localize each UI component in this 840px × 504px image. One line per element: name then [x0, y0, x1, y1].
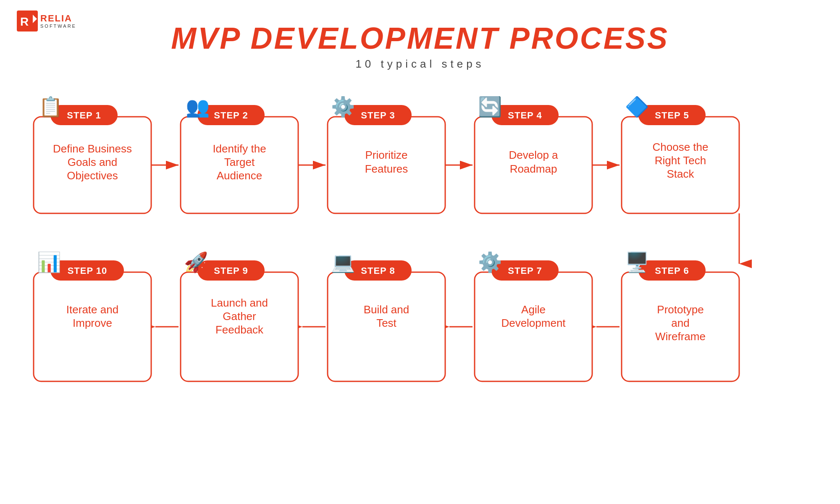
- svg-text:⚙️: ⚙️: [478, 251, 502, 274]
- svg-text:🔷: 🔷: [625, 95, 649, 118]
- svg-text:Right Tech: Right Tech: [655, 154, 706, 167]
- logo-text: RELIA SOFTWARE: [40, 13, 76, 29]
- step-7: STEP 7 ⚙️ Agile Development: [475, 251, 592, 381]
- page: R RELIA SOFTWARE MVP DEVELOPMENT PROCESS…: [0, 0, 840, 504]
- svg-text:Feedback: Feedback: [215, 323, 264, 336]
- svg-text:STEP 7: STEP 7: [508, 265, 542, 276]
- svg-text:Stack: Stack: [667, 168, 694, 180]
- svg-text:STEP 3: STEP 3: [361, 110, 395, 121]
- svg-text:Define Business: Define Business: [53, 142, 132, 155]
- main-title: MVP DEVELOPMENT PROCESS: [25, 21, 815, 55]
- svg-text:STEP 4: STEP 4: [508, 110, 542, 121]
- svg-text:Gather: Gather: [223, 310, 256, 323]
- svg-text:Choose the: Choose the: [653, 141, 709, 153]
- svg-text:Improve: Improve: [73, 317, 112, 329]
- step-8: STEP 8 💻 Build and Test: [328, 251, 445, 381]
- svg-text:Build and: Build and: [364, 303, 409, 316]
- svg-text:and: and: [671, 317, 689, 329]
- svg-text:Wireframe: Wireframe: [655, 330, 706, 343]
- logo: R RELIA SOFTWARE: [17, 10, 76, 32]
- svg-text:STEP 10: STEP 10: [68, 265, 108, 276]
- logo-brand: RELIA: [40, 13, 76, 24]
- svg-text:📊: 📊: [37, 251, 61, 274]
- svg-text:Identify the: Identify the: [213, 142, 266, 155]
- svg-text:Launch and: Launch and: [211, 297, 268, 309]
- svg-text:STEP 8: STEP 8: [361, 265, 395, 276]
- svg-text:Roadmap: Roadmap: [510, 163, 557, 175]
- svg-text:Test: Test: [376, 317, 396, 329]
- svg-text:Iterate and: Iterate and: [66, 303, 118, 316]
- step-9: STEP 9 🚀 Launch and Gather Feedback: [181, 251, 298, 381]
- svg-text:Features: Features: [365, 163, 408, 175]
- step-3: STEP 3 ⚙️ Prioritize Features: [328, 95, 445, 213]
- svg-text:Goals and: Goals and: [68, 156, 118, 168]
- svg-text:🚀: 🚀: [184, 251, 208, 274]
- step-5: STEP 5 🔷 Choose the Right Tech Stack: [622, 95, 739, 213]
- svg-text:🔄: 🔄: [478, 95, 502, 118]
- svg-text:R: R: [20, 15, 29, 28]
- svg-text:💻: 💻: [331, 251, 355, 274]
- steps-diagram: STEP 1 📋 Define Business Goals and Objec…: [25, 83, 823, 444]
- svg-text:Prototype: Prototype: [657, 303, 704, 316]
- svg-text:STEP 2: STEP 2: [214, 110, 248, 121]
- step-2: STEP 2 👥 Identify the Target Audience: [181, 95, 298, 213]
- svg-text:Objectives: Objectives: [67, 169, 118, 182]
- step-10: STEP 10 📊 Iterate and Improve: [34, 251, 151, 381]
- svg-text:📋: 📋: [39, 95, 63, 118]
- svg-text:🖥️: 🖥️: [625, 251, 649, 274]
- svg-text:Audience: Audience: [217, 169, 262, 182]
- svg-text:Agile: Agile: [521, 303, 546, 316]
- logo-icon: R: [17, 10, 38, 32]
- svg-text:STEP 9: STEP 9: [214, 265, 248, 276]
- svg-text:STEP 1: STEP 1: [67, 110, 101, 121]
- header: MVP DEVELOPMENT PROCESS 10 typical steps: [25, 13, 815, 71]
- svg-text:Development: Development: [501, 317, 566, 329]
- svg-text:👥: 👥: [186, 95, 210, 118]
- subtitle: 10 typical steps: [25, 58, 815, 71]
- svg-text:STEP 6: STEP 6: [655, 265, 689, 276]
- svg-text:Target: Target: [224, 156, 255, 168]
- svg-text:Prioritize: Prioritize: [365, 149, 407, 161]
- step-1: STEP 1 📋 Define Business Goals and Objec…: [34, 95, 151, 213]
- svg-text:⚙️: ⚙️: [331, 95, 355, 118]
- step-6: STEP 6 🖥️ Prototype and Wireframe: [622, 251, 739, 381]
- step-4: STEP 4 🔄 Develop a Roadmap: [475, 95, 592, 213]
- logo-sub: SOFTWARE: [40, 24, 76, 29]
- svg-text:Develop a: Develop a: [509, 149, 558, 161]
- svg-text:STEP 5: STEP 5: [655, 110, 689, 121]
